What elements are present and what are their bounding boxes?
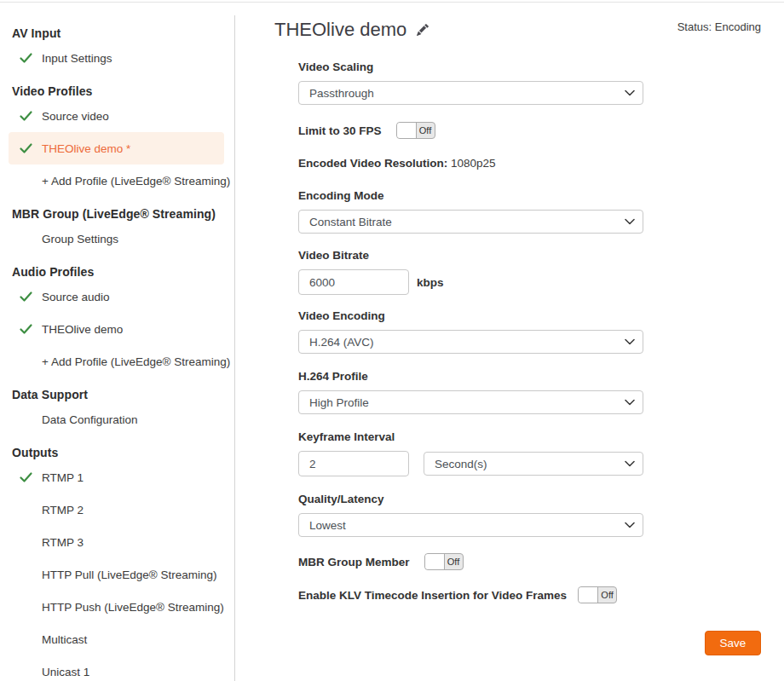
sidebar-header-outputs: Outputs	[0, 444, 234, 461]
sidebar-header-mbr-group: MBR Group (LiveEdge® Streaming)	[0, 205, 234, 222]
video-encoding-label: Video Encoding	[298, 310, 643, 322]
save-button[interactable]: Save	[705, 631, 761, 655]
edit-title-pencil-icon[interactable]	[417, 24, 429, 36]
sidebar-item-label: Unicast 1	[42, 666, 89, 678]
keyframe-interval-input[interactable]	[298, 451, 409, 476]
sidebar-item-label: Source audio	[42, 291, 110, 303]
sidebar-item-http-push[interactable]: HTTP Push (LiveEdge® Streaming)	[9, 591, 224, 623]
toggle-state-label: Off	[417, 123, 435, 138]
check-placeholder	[20, 665, 34, 678]
limit-fps-label: Limit to 30 FPS	[298, 124, 382, 137]
toggle-knob	[397, 123, 417, 138]
sidebar-item-group-settings[interactable]: Group Settings	[9, 222, 224, 255]
sidebar-item-label: Data Configuration	[42, 413, 138, 426]
sidebar-item-add-video-profile[interactable]: + Add Profile (LiveEdge® Streaming)	[9, 164, 224, 197]
sidebar-item-label: + Add Profile (LiveEdge® Streaming)	[42, 355, 230, 368]
check-placeholder	[20, 632, 34, 646]
toggle-state-label: Off	[445, 554, 463, 569]
sidebar-item-source-video[interactable]: Source video	[9, 100, 224, 132]
mbr-group-member-label: MBR Group Member	[298, 556, 410, 568]
main-panel: Status: Encoding THEOlive demo Video Sca…	[235, 0, 784, 681]
check-placeholder	[20, 355, 34, 368]
check-placeholder	[20, 535, 34, 549]
sidebar-item-label: Multicast	[42, 633, 87, 646]
sidebar-item-label: RTMP 3	[42, 536, 84, 549]
sidebar-item-rtmp-3[interactable]: RTMP 3	[9, 526, 224, 558]
encoding-mode-label: Encoding Mode	[298, 190, 643, 202]
sidebar-header-video-profiles: Video Profiles	[0, 83, 234, 100]
video-bitrate-unit: kbps	[417, 276, 444, 289]
check-icon	[20, 51, 34, 65]
sidebar-item-label: HTTP Push (LiveEdge® Streaming)	[42, 601, 224, 614]
quality-latency-label: Quality/Latency	[298, 493, 643, 505]
check-icon	[20, 322, 34, 336]
sidebar-header-audio-profiles: Audio Profiles	[0, 263, 234, 280]
keyframe-unit-select[interactable]: Second(s)	[424, 452, 643, 476]
mbr-group-member-toggle[interactable]: Off	[424, 553, 464, 570]
video-encoding-field: Video Encoding H.264 (AVC)	[298, 310, 643, 354]
encoded-resolution-value: 1080p25	[451, 157, 496, 170]
video-encoding-select[interactable]: H.264 (AVC)	[298, 330, 643, 354]
check-icon	[20, 290, 34, 303]
sidebar-item-label: Source video	[42, 110, 109, 123]
h264-profile-field: H.264 Profile High Profile	[298, 371, 643, 414]
toggle-state-label: Off	[598, 587, 616, 603]
h264-profile-label: H.264 Profile	[298, 371, 643, 383]
h264-profile-select[interactable]: High Profile	[298, 390, 643, 414]
sidebar-item-add-audio-profile[interactable]: + Add Profile (LiveEdge® Streaming)	[9, 345, 224, 378]
quality-latency-field: Quality/Latency Lowest	[298, 493, 643, 537]
keyframe-interval-field: Keyframe Interval Second(s)	[298, 431, 643, 476]
encoding-mode-field: Encoding Mode Constant Bitrate	[298, 190, 643, 234]
quality-latency-select[interactable]: Lowest	[298, 513, 643, 537]
check-icon	[20, 141, 34, 155]
sidebar-item-rtmp-2[interactable]: RTMP 2	[9, 493, 224, 526]
sidebar-item-rtmp-1[interactable]: RTMP 1	[9, 461, 224, 493]
sidebar-item-theolive-demo-video[interactable]: THEOlive demo *	[9, 132, 224, 164]
sidebar-item-label: RTMP 1	[42, 471, 84, 484]
encoding-settings-form: Video Scaling Passthrough Limit to 30 FP…	[298, 61, 643, 603]
sidebar-item-label: THEOlive demo	[42, 323, 123, 336]
page-title: THEOlive demo	[274, 19, 406, 41]
encoded-resolution-field: Encoded Video Resolution: 1080p25	[298, 158, 643, 170]
video-profile-settings-page: AV Input Input Settings Video Profiles S…	[0, 0, 784, 681]
limit-fps-field: Limit to 30 FPS Off	[298, 122, 643, 139]
video-bitrate-label: Video Bitrate	[298, 250, 643, 262]
sidebar-item-label: Input Settings	[42, 52, 112, 65]
sidebar-item-label: + Add Profile (LiveEdge® Streaming)	[42, 175, 230, 188]
check-placeholder	[20, 174, 34, 188]
klv-timecode-label: Enable KLV Timecode Insertion for Video …	[298, 589, 567, 602]
video-scaling-select[interactable]: Passthrough	[298, 81, 643, 105]
limit-fps-toggle[interactable]: Off	[396, 122, 435, 139]
encoding-mode-select[interactable]: Constant Bitrate	[298, 210, 643, 234]
check-placeholder	[20, 600, 34, 614]
sidebar-item-source-audio[interactable]: Source audio	[9, 280, 224, 313]
sidebar-item-label: Group Settings	[42, 233, 118, 245]
sidebar: AV Input Input Settings Video Profiles S…	[0, 0, 234, 681]
video-scaling-field: Video Scaling Passthrough	[298, 61, 643, 105]
check-icon	[20, 470, 34, 484]
sidebar-item-http-pull[interactable]: HTTP Pull (LiveEdge® Streaming)	[9, 558, 224, 591]
video-scaling-label: Video Scaling	[298, 61, 643, 73]
sidebar-header-av-input: AV Input	[0, 25, 234, 42]
sidebar-header-data-support: Data Support	[0, 386, 234, 403]
status-text: Status: Encoding	[677, 20, 761, 33]
toggle-knob	[425, 554, 445, 569]
check-placeholder	[20, 413, 34, 426]
check-placeholder	[20, 503, 34, 517]
encoded-resolution-label: Encoded Video Resolution:	[298, 157, 447, 170]
sidebar-item-theolive-demo-audio[interactable]: THEOlive demo	[9, 313, 224, 345]
klv-timecode-field: Enable KLV Timecode Insertion for Video …	[298, 586, 673, 603]
sidebar-item-label: HTTP Pull (LiveEdge® Streaming)	[42, 568, 217, 581]
sidebar-item-label: THEOlive demo *	[42, 142, 130, 155]
video-bitrate-field: Video Bitrate kbps	[298, 250, 643, 295]
check-icon	[20, 109, 34, 123]
sidebar-item-multicast[interactable]: Multicast	[9, 623, 224, 655]
toggle-knob	[579, 587, 598, 603]
sidebar-item-data-configuration[interactable]: Data Configuration	[9, 403, 224, 436]
sidebar-item-unicast-1[interactable]: Unicast 1	[9, 655, 224, 681]
sidebar-item-input-settings[interactable]: Input Settings	[9, 42, 224, 74]
klv-timecode-toggle[interactable]: Off	[578, 586, 617, 603]
video-bitrate-input[interactable]	[298, 269, 409, 295]
sidebar-item-label: RTMP 2	[42, 504, 84, 517]
keyframe-interval-label: Keyframe Interval	[298, 431, 643, 443]
